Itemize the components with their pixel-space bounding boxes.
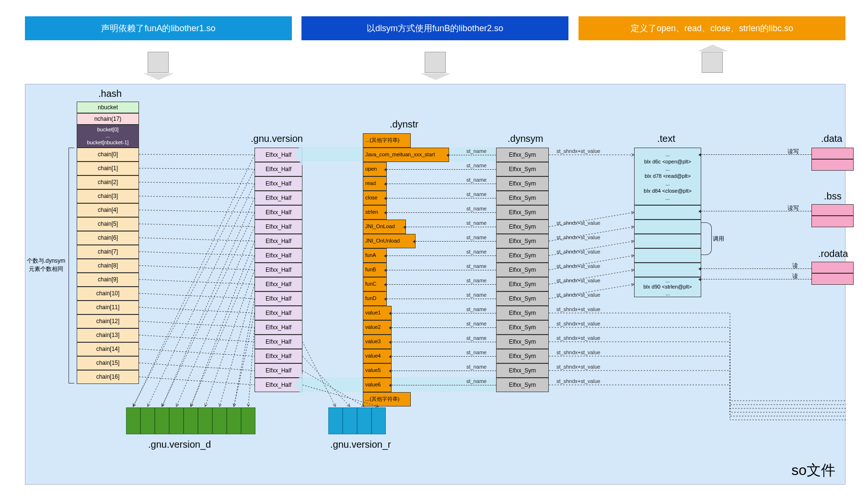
st-name-arrow (387, 212, 496, 213)
hash-chain-cell: chain[4] (77, 203, 139, 217)
st-name-label: st_name (466, 249, 486, 255)
st-name-arrow (392, 313, 496, 313)
svg-line-10 (139, 293, 255, 299)
dynstr-cell: funA (363, 248, 387, 263)
st-shndx-label: st_shndx+st_value (556, 321, 600, 326)
text-row (634, 263, 701, 277)
svg-line-29 (248, 327, 255, 406)
st-name-label: st_name (466, 177, 486, 183)
dynsym-cell: Elfxx_Sym (496, 306, 549, 320)
svg-line-14 (139, 349, 255, 356)
st-name-arrow (387, 198, 496, 198)
st-name-arrow (392, 385, 496, 385)
data-title: .data (821, 133, 842, 144)
st-shndx-label: st_shndx+st_value (556, 220, 600, 226)
dynsym-cell: Elfxx_Sym (496, 148, 549, 162)
bss-row (811, 204, 854, 216)
bss-row (811, 216, 854, 227)
text-block-bottom: ... blx d90 <strlen@plt> ... (634, 277, 701, 297)
st-name-label: st_name (466, 206, 486, 211)
svg-line-11 (139, 307, 255, 313)
so-file-container: so文件 .hash nbucket nchain(17) bucket[0] … (25, 84, 845, 485)
version-d-block (184, 407, 198, 434)
svg-line-19 (148, 184, 255, 406)
arrow-up-icon (702, 52, 723, 73)
gnu-half-cell: Elfxx_Half (255, 320, 302, 335)
dynstr-title: .dynstr (390, 119, 418, 130)
hash-nchain: nchain(17) (77, 113, 139, 125)
data-row (811, 159, 854, 171)
st-name-label: st_name (466, 278, 486, 283)
st-name-arrow (387, 270, 496, 270)
st-name-label: st_name (466, 191, 486, 197)
rw-label: 读写 (787, 148, 799, 156)
dynsym-cell: Elfxx_Sym (496, 335, 549, 349)
dynstr-cell: funB (363, 263, 387, 277)
dynsym-cell: Elfxx_Sym (496, 162, 549, 176)
svg-line-4 (139, 210, 255, 212)
hash-chain-cell: chain[11] (77, 301, 139, 314)
st-name-arrow (387, 184, 496, 184)
dynstr-cell: JNI_OnUnload (363, 234, 416, 248)
hash-chain-cell: chain[16] (77, 370, 139, 384)
st-name-label: st_name (466, 364, 486, 370)
text-block-top: ... blx d6c <open@plt> ... blx d78 <read… (634, 148, 701, 205)
dynsym-cell: Elfxx_Sym (496, 378, 549, 392)
hash-nbucket: nbucket (77, 102, 139, 113)
st-name-label: st_name (466, 220, 486, 226)
r-label: 读 (792, 272, 798, 280)
dynsym-cell: Elfxx_Sym (496, 363, 549, 378)
st-name-label: st_name (466, 263, 486, 269)
dynstr-cell: ...(其他字符串) (363, 392, 411, 406)
rodata-row (811, 273, 854, 285)
svg-line-13 (139, 335, 255, 342)
hash-chain-cell: chain[0] (77, 148, 139, 162)
svg-line-30 (302, 342, 336, 406)
st-name-arrow (406, 227, 496, 227)
st-name-label: st_name (466, 234, 486, 240)
version-r-block (371, 407, 386, 434)
st-name-arrow (387, 299, 496, 299)
hash-bucket: bucket[0] ... bucket[nbucket-1] (77, 125, 139, 148)
gnu-version-r-title: .gnu.version_r (330, 439, 391, 450)
gnu-half-cell: Elfxx_Half (255, 220, 302, 234)
banner-libother2: 以dlsym方式使用funB的libother2.so (301, 16, 568, 40)
svg-line-17 (133, 155, 255, 406)
version-d-block (155, 407, 169, 434)
st-name-arrow (387, 284, 496, 285)
st-shndx-label: st_shndx+st_value (556, 234, 600, 240)
st-name-label: st_name (466, 148, 486, 154)
svg-line-16 (139, 377, 255, 385)
st-name-arrow (387, 169, 496, 170)
hash-chain-cell: chain[6] (77, 231, 139, 245)
st-name-label: st_name (466, 349, 486, 355)
svg-line-25 (205, 270, 255, 406)
hash-chain-cell: chain[7] (77, 245, 139, 259)
st-name-arrow (392, 371, 496, 371)
svg-line-6 (139, 238, 255, 241)
bss-title: .bss (824, 191, 842, 202)
hash-chain-cell: chain[9] (77, 273, 139, 287)
version-d-block (212, 407, 227, 434)
rodata-row (811, 262, 854, 273)
text-row (634, 220, 701, 234)
rodata-title: .rodata (818, 248, 848, 259)
version-r-block (357, 407, 371, 434)
gnu-half-cell: Elfxx_Half (255, 291, 302, 306)
st-name-arrow (416, 241, 496, 242)
gnu-half-cell: Elfxx_Half (255, 234, 302, 248)
st-name-label: st_name (466, 306, 486, 312)
text-row (634, 205, 701, 220)
text-title: .text (657, 133, 675, 144)
svg-line-12 (139, 321, 255, 327)
dynstr-cell: close (363, 191, 387, 205)
hash-chain-cell: chain[2] (77, 175, 139, 189)
dynstr-cell: open (363, 162, 387, 176)
dynstr-cell: Java_com_meituan_xxx_start (363, 148, 449, 162)
st-shndx-label: st_shndx+st_value (556, 364, 600, 370)
gnu-half-cell: Elfxx_Half (255, 191, 302, 205)
dynsym-cell: Elfxx_Sym (496, 291, 549, 306)
dynsym-cell: Elfxx_Sym (496, 349, 549, 363)
dynsym-cell: Elfxx_Sym (496, 176, 549, 191)
dynstr-cell: value1 (363, 306, 392, 320)
